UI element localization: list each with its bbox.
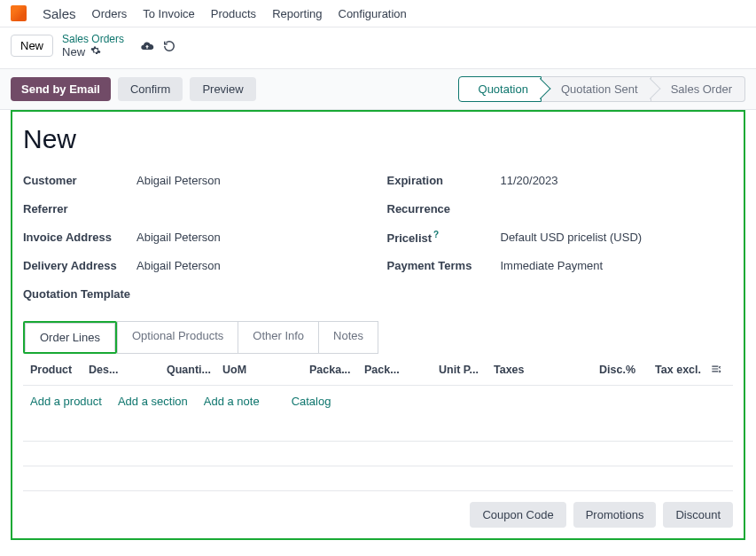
breadcrumb-parent[interactable]: Sales Orders — [62, 33, 124, 45]
stage-sales-order[interactable]: Sales Order — [651, 76, 745, 102]
stage-quotation-sent[interactable]: Quotation Sent — [542, 76, 651, 102]
table-row — [23, 417, 733, 442]
tab-other-info[interactable]: Other Info — [238, 321, 319, 354]
recurrence-label: Recurrence — [387, 202, 501, 215]
discount-button[interactable]: Discount — [663, 502, 733, 528]
stage-quotation[interactable]: Quotation — [458, 76, 542, 102]
confirm-button[interactable]: Confirm — [118, 77, 183, 101]
new-button[interactable]: New — [11, 35, 53, 57]
pricelist-field[interactable]: Default USD pricelist (USD) — [501, 231, 643, 244]
footer-actions: Coupon Code Promotions Discount — [23, 491, 733, 528]
columns-settings-icon[interactable] — [708, 363, 724, 378]
table-row — [23, 442, 733, 466]
expiration-label: Expiration — [387, 174, 501, 187]
nav-products[interactable]: Products — [211, 7, 256, 20]
col-quantity: Quanti... — [167, 364, 215, 376]
col-description: Des... — [89, 364, 160, 376]
app-logo — [11, 5, 27, 21]
col-tax-excl: Tax excl. — [643, 364, 701, 376]
nav-configuration[interactable]: Configuration — [339, 7, 407, 20]
invoice-address-field[interactable]: Abigail Peterson — [136, 231, 221, 244]
nav-to-invoice[interactable]: To Invoice — [143, 7, 195, 20]
status-bar: Quotation Quotation Sent Sales Order — [458, 76, 745, 102]
undo-icon[interactable] — [163, 40, 175, 52]
breadcrumb-bar: New Sales Orders New — [0, 27, 756, 68]
top-nav: Sales Orders To Invoice Products Reporti… — [0, 0, 756, 27]
quotation-template-label: Quotation Template — [23, 287, 136, 301]
line-actions: Add a product Add a section Add a note C… — [23, 386, 733, 417]
gear-icon[interactable] — [90, 45, 101, 59]
expiration-field[interactable]: 11/20/2023 — [501, 174, 558, 187]
col-discount: Disc.% — [581, 364, 635, 376]
payment-terms-label: Payment Terms — [387, 259, 501, 272]
pricelist-help-icon[interactable]: ? — [433, 230, 439, 239]
app-name[interactable]: Sales — [43, 6, 76, 21]
col-pack-qty: Pack... — [364, 364, 432, 376]
action-bar: Send by Email Confirm Preview Quotation … — [0, 68, 756, 110]
add-note-link[interactable]: Add a note — [204, 395, 260, 408]
nav-orders[interactable]: Orders — [92, 7, 128, 20]
nav-reporting[interactable]: Reporting — [272, 7, 322, 20]
col-uom: UoM — [222, 364, 302, 376]
form-sheet: New Customer Abigail Peterson Referrer I… — [11, 110, 745, 540]
invoice-address-label: Invoice Address — [23, 231, 136, 244]
customer-label: Customer — [23, 174, 136, 187]
tab-order-lines[interactable]: Order Lines — [25, 323, 115, 352]
coupon-code-button[interactable]: Coupon Code — [470, 502, 565, 528]
col-taxes: Taxes — [494, 364, 573, 376]
send-by-email-button[interactable]: Send by Email — [11, 77, 111, 101]
delivery-address-label: Delivery Address — [23, 259, 136, 272]
add-section-link[interactable]: Add a section — [118, 395, 188, 408]
tab-optional-products[interactable]: Optional Products — [117, 321, 238, 354]
promotions-button[interactable]: Promotions — [573, 502, 657, 528]
col-unit-price: Unit P... — [439, 364, 487, 376]
col-packaging: Packa... — [309, 364, 357, 376]
customer-field[interactable]: Abigail Peterson — [136, 174, 221, 187]
cloud-upload-icon[interactable] — [140, 39, 154, 53]
page-title: New — [23, 124, 733, 154]
catalog-link[interactable]: Catalog — [292, 395, 331, 408]
preview-button[interactable]: Preview — [190, 77, 255, 101]
table-row — [23, 466, 733, 491]
col-product: Product — [30, 364, 82, 376]
breadcrumb-current: New — [62, 45, 85, 59]
referrer-label: Referrer — [23, 202, 136, 215]
delivery-address-field[interactable]: Abigail Peterson — [136, 259, 221, 272]
tab-notes[interactable]: Notes — [318, 321, 378, 354]
order-lines-header: Product Des... Quanti... UoM Packa... Pa… — [23, 354, 733, 386]
add-product-link[interactable]: Add a product — [30, 395, 102, 408]
pricelist-label: Pricelist? — [387, 230, 501, 245]
payment-terms-field[interactable]: Immediate Payment — [501, 259, 604, 272]
